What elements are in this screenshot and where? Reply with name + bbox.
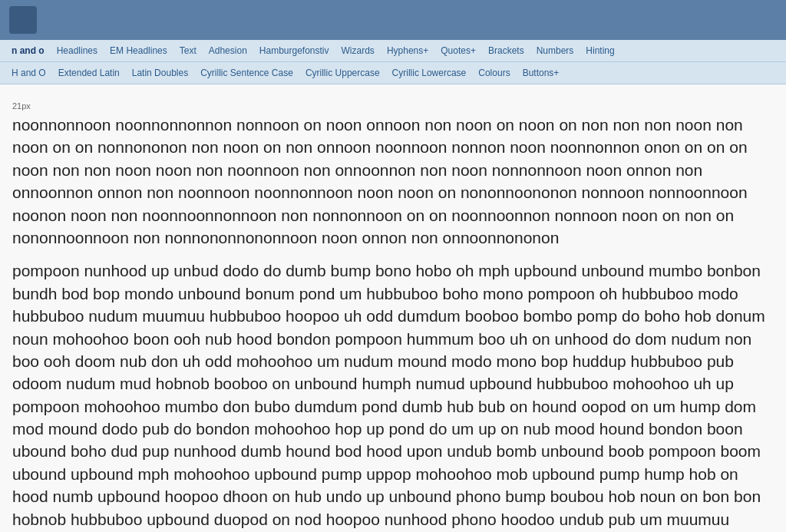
text-block-0-1: pompoon nunhood up unbud dodo do dumb bu… — [12, 259, 774, 532]
text-block-0-0: noonnonnoon noonnonnonnon nonnoon on noo… — [12, 114, 774, 249]
nav-bar-2: H and OExtended LatinLatin DoublesCyrill… — [0, 62, 786, 84]
nav1-item-headlines[interactable]: Headlines — [51, 43, 103, 58]
nav2-item-cyrillic-lowercase[interactable]: Cyrillic Lowercase — [387, 65, 472, 81]
main-content: 21pxnoonnonnoon noonnonnonnon nonnoon on… — [0, 84, 786, 532]
nav-bar-1: n and oHeadlinesEM HeadlinesTextAdhesion… — [0, 40, 786, 62]
logo-box — [9, 6, 37, 34]
nav1-item-hamburgefonstiv[interactable]: Hamburgefonstiv — [254, 43, 335, 58]
nav1-item-quotes+[interactable]: Quotes+ — [435, 43, 481, 58]
header — [0, 0, 786, 40]
nav1-item-numbers[interactable]: Numbers — [531, 43, 580, 58]
nav2-item-buttons+[interactable]: Buttons+ — [517, 65, 565, 81]
size-label-21px: 21px — [12, 101, 774, 111]
nav1-item-hyphens+[interactable]: Hyphens+ — [381, 43, 434, 58]
nav2-item-extended-latin[interactable]: Extended Latin — [53, 65, 125, 81]
nav1-item-brackets[interactable]: Brackets — [483, 43, 530, 58]
nav2-item-latin-doubles[interactable]: Latin Doubles — [127, 65, 193, 81]
nav1-item-n-and-o[interactable]: n and o — [6, 43, 50, 58]
nav2-item-colours[interactable]: Colours — [473, 65, 515, 81]
nav2-item-h-and-o[interactable]: H and O — [6, 65, 51, 81]
nav1-item-wizards[interactable]: Wizards — [336, 43, 380, 58]
nav1-item-em-headlines[interactable]: EM Headlines — [104, 43, 173, 58]
nav1-item-hinting[interactable]: Hinting — [580, 43, 619, 58]
nav2-item-cyrillic-uppercase[interactable]: Cyrillic Uppercase — [300, 65, 385, 81]
nav1-item-adhesion[interactable]: Adhesion — [203, 43, 253, 58]
nav1-item-text[interactable]: Text — [174, 43, 202, 58]
nav2-item-cyrillic-sentence-case[interactable]: Cyrillic Sentence Case — [195, 65, 299, 81]
